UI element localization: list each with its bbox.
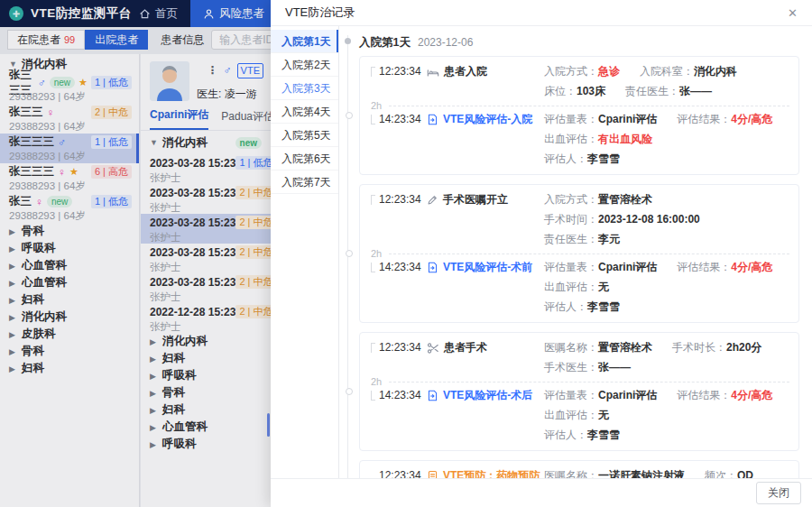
record-field: 入院科室：消化内科 — [640, 64, 737, 79]
record-field: 责任医生：张—— — [625, 84, 712, 99]
record-field: 入院方式：置管溶栓术 — [544, 192, 652, 207]
record-field: 评估结果：4分/高危 — [677, 260, 772, 275]
record-row: 12:23:34 患者入院 入院方式：急诊入院科室：消化内科床位：103床责任医… — [371, 64, 789, 99]
record-time: 12:23:34 — [371, 192, 427, 207]
doc-icon — [427, 262, 438, 273]
day-header: 入院第1天 2023-12-06 — [359, 35, 799, 51]
doc-icon — [427, 114, 438, 125]
record-field: 评估结果：4分/高危 — [677, 388, 772, 403]
drawer-body: 入院第1天入院第2天入院第3天入院第4天入院第5天入院第6天入院第7天 入院第1… — [271, 26, 812, 478]
record-field: 评估人：李雪雪 — [544, 300, 620, 315]
day-tab[interactable]: 入院第6天 — [271, 147, 338, 171]
record-row: 14:23:34 VTE风险评估-入院 评估量表：Cparini评估评估结果：4… — [371, 112, 789, 167]
record-row: 12:23:34 VTE预防：药物预防 医嘱名称：一诺肝素钠注射液频次：QD开单… — [371, 468, 789, 478]
record-title[interactable]: VTE风险评估-入院 — [443, 112, 532, 127]
record-field: 医嘱名称：置管溶栓术 — [544, 340, 652, 355]
med-icon — [427, 470, 438, 478]
day-title: 入院第1天 — [359, 35, 411, 51]
record-title: 患者入院 — [444, 64, 487, 79]
record-time: 12:23:34 — [371, 340, 427, 355]
record-field: 评估量表：Cparini评估 — [544, 260, 657, 275]
record-row: 14:23:34 VTE风险评估-术后 评估量表：Cparini评估评估结果：4… — [371, 388, 789, 443]
record-field: 手术时间：2023-12-08 16:00:00 — [544, 212, 700, 227]
record-title[interactable]: VTE风险评估-术后 — [443, 388, 532, 403]
record-field: 床位：103床 — [544, 84, 605, 99]
record-time: 12:23:34 — [371, 64, 427, 79]
record-time: 12:23:34 — [371, 468, 427, 478]
day-tab[interactable]: 入院第1天 — [271, 30, 338, 53]
record-title: VTE预防：药物预防 — [443, 468, 540, 478]
day-tab[interactable]: 入院第5天 — [271, 124, 338, 147]
doc-icon — [427, 390, 438, 401]
record-field: 出血评估：无 — [544, 408, 609, 423]
record-title: 手术医嘱开立 — [443, 192, 508, 207]
bed-icon — [427, 66, 439, 78]
record-timeline: 入院第1天 2023-12-06 12:23:34 患者入院 入院方式：急诊入院… — [339, 26, 812, 478]
drawer-header: VTE防治记录 ✕ — [271, 0, 812, 26]
close-button[interactable]: 关闭 — [756, 482, 801, 504]
vte-record-drawer: VTE防治记录 ✕ 入院第1天入院第2天入院第3天入院第4天入院第5天入院第6天… — [271, 0, 812, 507]
record-title[interactable]: VTE风险评估-术前 — [443, 260, 532, 275]
record-field: 手术时长：2h20分 — [672, 340, 761, 355]
timeline-dot — [345, 38, 351, 44]
record-field: 入院方式：急诊 — [544, 64, 620, 79]
time-gap: 2h — [371, 100, 789, 111]
record-row: 12:23:34 患者手术 医嘱名称：置管溶栓术手术时长：2h20分手术医生：张… — [371, 340, 789, 375]
record-field: 出血评估：有出血风险 — [544, 132, 652, 147]
record-field: 责任医生：李元 — [544, 232, 620, 247]
record-card: 12:23:34 手术医嘱开立 入院方式：置管溶栓术手术时间：2023-12-0… — [359, 184, 799, 323]
scissors-icon — [427, 342, 439, 355]
drawer-footer: 关闭 — [271, 478, 812, 507]
day-tab[interactable]: 入院第7天 — [271, 171, 338, 194]
record-time: 14:23:34 — [371, 260, 427, 275]
record-field: 出血评估：无 — [544, 280, 609, 295]
record-field: 评估人：李雪雪 — [544, 152, 620, 167]
day-date: 2023-12-06 — [418, 36, 473, 49]
pen-icon — [427, 194, 438, 206]
record-field: 医嘱名称：一诺肝素钠注射液 — [544, 468, 685, 478]
time-gap: 2h — [371, 248, 789, 259]
drawer-title: VTE防治记录 — [285, 5, 355, 21]
time-gap: 2h — [371, 376, 789, 387]
day-tab[interactable]: 入院第4天 — [271, 100, 338, 124]
record-row: 12:23:34 手术医嘱开立 入院方式：置管溶栓术手术时间：2023-12-0… — [371, 192, 789, 247]
record-time: 14:23:34 — [371, 112, 427, 127]
record-field: 评估结果：4分/高危 — [677, 112, 772, 127]
record-card: 12:23:34 患者入院 入院方式：急诊入院科室：消化内科床位：103床责任医… — [359, 56, 799, 175]
record-card: 12:23:34 VTE预防：药物预防 医嘱名称：一诺肝素钠注射液频次：QD开单… — [359, 460, 799, 478]
day-tab-list: 入院第1天入院第2天入院第3天入院第4天入院第5天入院第6天入院第7天 — [271, 26, 339, 478]
record-field: 评估量表：Cparini评估 — [544, 388, 657, 403]
day-tab[interactable]: 入院第2天 — [271, 53, 338, 77]
record-time: 14:23:34 — [371, 388, 427, 403]
close-icon[interactable]: ✕ — [788, 7, 798, 19]
record-field: 评估量表：Cparini评估 — [544, 112, 657, 127]
record-row: 14:23:34 VTE风险评估-术前 评估量表：Cparini评估评估结果：4… — [371, 260, 789, 315]
record-title: 患者手术 — [444, 340, 487, 355]
record-card: 12:23:34 患者手术 医嘱名称：置管溶栓术手术时长：2h20分手术医生：张… — [359, 332, 799, 451]
record-field: 评估人：李雪雪 — [544, 428, 620, 443]
record-field: 频次：QD — [705, 468, 753, 478]
record-field: 手术医生：张—— — [544, 360, 631, 375]
day-tab[interactable]: 入院第3天 — [271, 77, 338, 100]
